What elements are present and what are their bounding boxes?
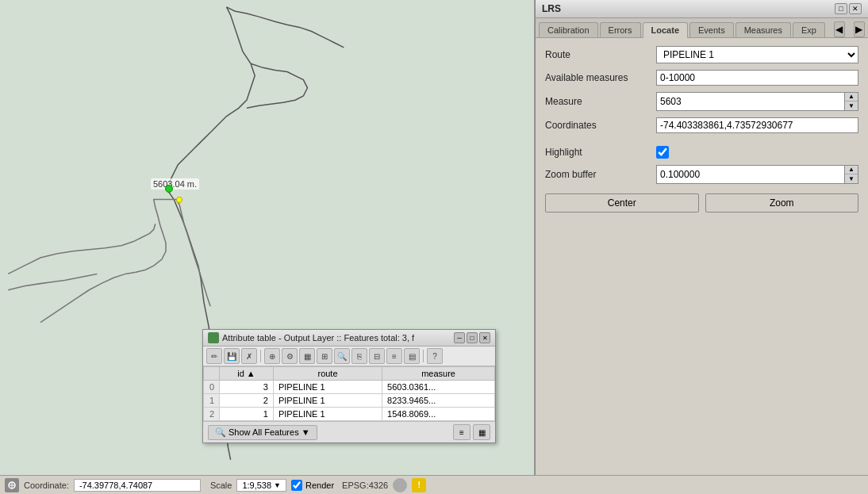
attr-tool-select-btn[interactable]: ⊕ xyxy=(264,348,280,364)
measure-row: Measure ▲ ▼ xyxy=(545,92,858,111)
zoom-buffer-spin-down[interactable]: ▼ xyxy=(845,174,858,183)
center-button[interactable]: Center xyxy=(545,193,699,213)
route-row: Route PIPELINE 1 xyxy=(545,46,858,63)
tab-calibration[interactable]: Calibration xyxy=(539,22,598,37)
zoom-buffer-row: Zoom buffer ▲ ▼ xyxy=(545,165,858,184)
attr-table-title: Attribute table - Output Layer :: Featur… xyxy=(222,333,451,343)
col-route-header[interactable]: route xyxy=(273,367,382,381)
attr-table-titlebar: Attribute table - Output Layer :: Featur… xyxy=(203,330,495,347)
map-area[interactable]: 5603.04 m. Attribute table - Output Laye… xyxy=(0,0,535,475)
app-container: 5603.04 m. Attribute table - Output Laye… xyxy=(0,0,868,494)
render-label: Render xyxy=(305,481,334,490)
status-bar: Coordinate: -74.39778,4.74087 Scale 1:9,… xyxy=(0,475,868,494)
attr-tool-stats-btn[interactable]: ≡ xyxy=(386,348,402,364)
lrs-close-btn[interactable]: ✕ xyxy=(849,3,862,14)
row-route-2: PIPELINE 1 xyxy=(273,408,382,421)
attr-tool-chart-btn[interactable]: ▤ xyxy=(404,348,420,364)
scale-arrow[interactable]: ▼ xyxy=(274,481,281,489)
row-measure-2: 1548.8069... xyxy=(382,408,495,421)
available-measures-label: Available measures xyxy=(545,72,656,83)
measure-label: Measure xyxy=(545,96,656,107)
coordinate-label: Coordinate: xyxy=(24,481,69,490)
attr-table-close-btn[interactable]: ✕ xyxy=(479,332,490,343)
tab-exp[interactable]: Exp xyxy=(793,22,825,37)
attr-tool-edit-btn[interactable]: ✏ xyxy=(206,348,222,364)
available-measures-row: Available measures 0-10000 xyxy=(545,70,858,86)
tab-errors[interactable]: Errors xyxy=(600,22,641,37)
attr-tool-zoom-btn[interactable]: ⊞ xyxy=(317,348,332,364)
measure-spin-down[interactable]: ▼ xyxy=(845,101,858,110)
tab-locate[interactable]: Locate xyxy=(643,22,688,38)
row-id-0: 3 xyxy=(220,381,274,394)
spacer1 xyxy=(545,140,858,146)
zoom-button[interactable]: Zoom xyxy=(705,193,859,213)
attr-table-icon xyxy=(208,332,219,343)
content-area: 5603.04 m. Attribute table - Output Laye… xyxy=(0,0,868,475)
lrs-buttons-row: Center Zoom xyxy=(545,193,858,213)
attr-tool-save-btn[interactable]: 💾 xyxy=(224,348,240,364)
map-yellow-dot xyxy=(176,197,182,203)
table-row[interactable]: 2 1 PIPELINE 1 1548.8069... xyxy=(204,408,495,421)
table-row[interactable]: 1 2 PIPELINE 1 8233.9465... xyxy=(204,394,495,408)
attr-tool-help-btn[interactable]: ? xyxy=(427,348,443,364)
lrs-content: Route PIPELINE 1 Available measures 0-10… xyxy=(536,38,868,475)
coordinates-value: -74.403383861,4.73572930677 xyxy=(656,117,858,133)
scale-value[interactable]: 1:9,538 ▼ xyxy=(236,479,286,492)
attr-toolbar: ✏ 💾 ✗ ⊕ ⚙ ▦ ⊞ 🔍 ⎘ ⊟ ≡ ▤ ? xyxy=(203,347,495,366)
attr-tool-copy-btn[interactable]: ⎘ xyxy=(351,348,367,364)
route-select[interactable]: PIPELINE 1 xyxy=(656,46,858,63)
show-features-btn[interactable]: 🔍 Show All Features ▼ xyxy=(208,425,317,440)
map-green-dot xyxy=(165,185,173,193)
footer-icon-list[interactable]: ≡ xyxy=(453,424,470,440)
col-id-header[interactable]: id ▲ xyxy=(220,367,274,381)
row-num-2: 2 xyxy=(204,408,220,421)
lrs-tabs: Calibration Errors Locate Events Measure… xyxy=(536,18,868,38)
attr-data-table: id ▲ route measure 0 3 PIPELINE 1 5603.0… xyxy=(203,366,495,421)
tab-events[interactable]: Events xyxy=(689,22,734,37)
attr-tool-delete-btn[interactable]: ⊟ xyxy=(369,348,385,364)
attr-table-min-btn[interactable]: ─ xyxy=(454,332,465,343)
epsg-label: EPSG:4326 xyxy=(342,481,388,490)
scale-text: 1:9,538 xyxy=(242,481,271,490)
attr-table-max-btn[interactable]: □ xyxy=(467,332,478,343)
lrs-win-btns: □ ✕ xyxy=(835,3,862,14)
attr-tool-search-btn[interactable]: 🔍 xyxy=(334,348,350,364)
row-id-2: 1 xyxy=(220,408,274,421)
lrs-titlebar: LRS □ ✕ xyxy=(536,0,868,18)
tab-scroll-left[interactable]: ◀ xyxy=(834,21,845,37)
attr-tool-form-btn[interactable]: ▦ xyxy=(299,348,315,364)
zoom-buffer-input[interactable] xyxy=(656,165,844,184)
zoom-buffer-input-wrapper: ▲ ▼ xyxy=(656,165,858,184)
measure-input-wrapper: ▲ ▼ xyxy=(656,92,858,111)
render-checkbox[interactable] xyxy=(291,480,302,491)
warning-icon: ! xyxy=(412,478,426,492)
attr-table-footer: 🔍 Show All Features ▼ ≡ ▦ xyxy=(203,421,495,442)
measure-spin-up[interactable]: ▲ xyxy=(845,93,858,101)
available-measures-value: 0-10000 xyxy=(656,70,858,86)
zoom-buffer-spin-up[interactable]: ▲ xyxy=(845,166,858,174)
attribute-table-window: Attribute table - Output Layer :: Featur… xyxy=(202,329,496,443)
scale-label: Scale xyxy=(210,481,232,490)
attr-tool-filter-btn[interactable]: ⚙ xyxy=(282,348,298,364)
attr-table-controls: ─ □ ✕ xyxy=(454,332,490,343)
lrs-restore-btn[interactable]: □ xyxy=(835,3,847,14)
tab-measures[interactable]: Measures xyxy=(735,22,791,37)
coordinates-label: Coordinates xyxy=(545,120,656,131)
highlight-checkbox[interactable] xyxy=(656,146,669,159)
globe-icon xyxy=(393,478,407,492)
status-map-icon xyxy=(5,478,19,492)
tab-scroll-right[interactable]: ▶ xyxy=(854,21,865,37)
col-measure-header[interactable]: measure xyxy=(382,367,495,381)
map-label: 5603.04 m. xyxy=(151,178,199,190)
lrs-panel: LRS □ ✕ Calibration Errors Locate Events… xyxy=(535,0,868,475)
show-features-icon: 🔍 xyxy=(215,427,226,438)
highlight-label: Highlight xyxy=(545,147,656,158)
render-area: Render xyxy=(291,480,334,491)
measure-input[interactable] xyxy=(656,92,844,111)
footer-icon-grid[interactable]: ▦ xyxy=(473,424,490,440)
measure-spinner: ▲ ▼ xyxy=(844,92,858,111)
lrs-title: LRS xyxy=(542,3,561,14)
table-row[interactable]: 0 3 PIPELINE 1 5603.0361... xyxy=(204,381,495,394)
coordinate-value: -74.39778,4.74087 xyxy=(74,479,201,492)
attr-tool-undo-btn[interactable]: ✗ xyxy=(241,348,257,364)
